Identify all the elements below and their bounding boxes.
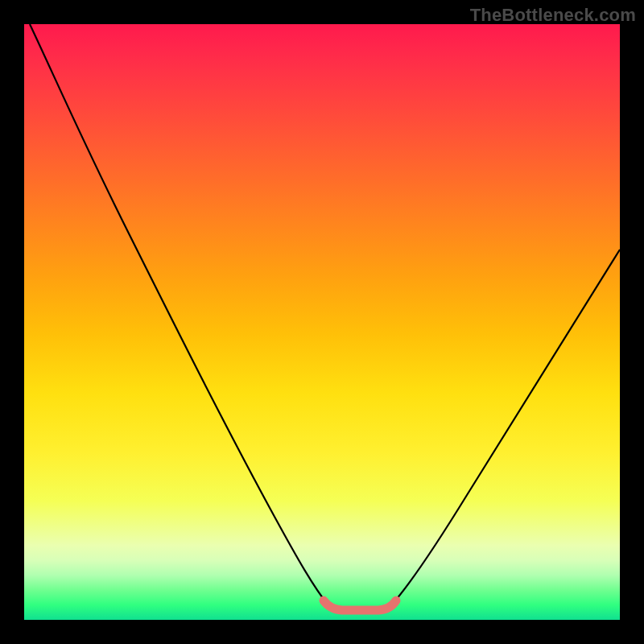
chart-frame: TheBottleneck.com [0,0,644,644]
curve-layer [24,24,620,620]
watermark-text: TheBottleneck.com [470,5,636,26]
valley-accent-segment [324,601,396,610]
bottleneck-curve-left [30,24,328,605]
bottleneck-curve-right [391,250,620,605]
